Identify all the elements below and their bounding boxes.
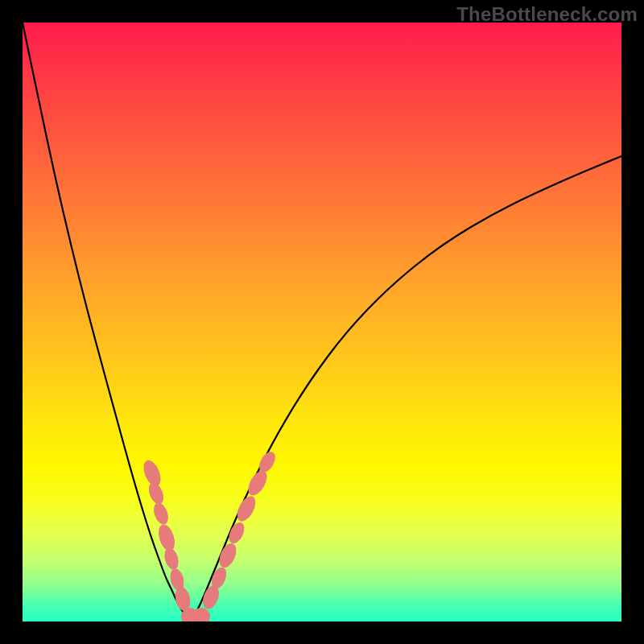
bead-point (146, 481, 166, 506)
bead-point (256, 449, 279, 475)
chart-frame: TheBottleneck.com (0, 0, 644, 644)
curve-right (190, 156, 621, 621)
bead-point (216, 541, 239, 571)
bead-point (162, 546, 180, 571)
bead-point (151, 501, 171, 526)
plot-area (23, 23, 621, 621)
bead-point (233, 493, 259, 524)
bead-point (155, 522, 178, 553)
chart-svg (23, 23, 621, 621)
bead-group (140, 449, 279, 621)
watermark-text: TheBottleneck.com (456, 3, 638, 26)
